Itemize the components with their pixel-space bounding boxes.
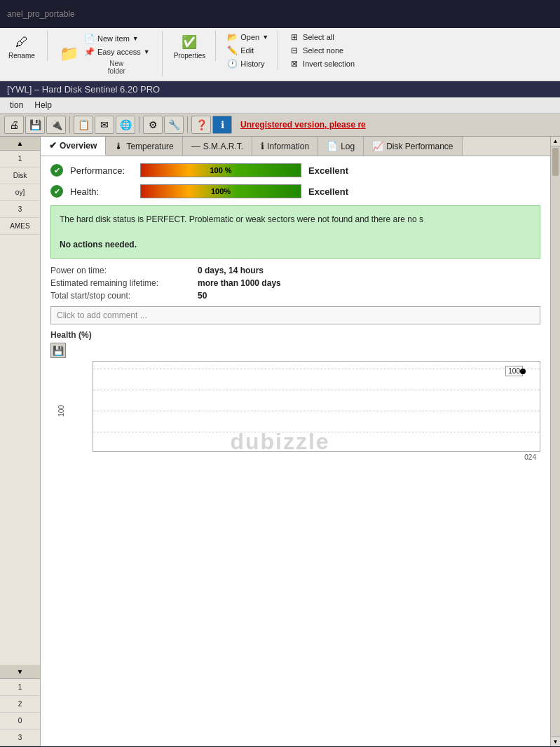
toolbar-btn-1[interactable]: 🖨 bbox=[4, 116, 24, 134]
open-group: 📂 Open ▼ ✏️ Edit 🕐 History bbox=[224, 31, 271, 70]
toolbar-sep-2 bbox=[139, 116, 139, 133]
info-grid: Power on time: 0 days, 14 hours Estimate… bbox=[50, 266, 540, 301]
tab-log-icon: 📄 bbox=[327, 141, 338, 151]
toolbar-btn-9[interactable]: ❓ bbox=[191, 116, 211, 134]
tab-disk-performance-icon: 📈 bbox=[372, 141, 383, 151]
sidebar-item-0[interactable]: 1 bbox=[0, 151, 40, 167]
overview-panel: ✔ Performance: 100 % Excellent ✔ Health:… bbox=[41, 156, 550, 746]
chart-save-button[interactable]: 💾 bbox=[50, 343, 66, 358]
chart-section: Health (%) 💾 100 100 bbox=[50, 330, 540, 461]
start-stop-label: Total start/stop count: bbox=[50, 291, 191, 301]
edit-button[interactable]: ✏️ Edit bbox=[224, 44, 271, 57]
toolbar: 🖨 💾 🔌 📋 ✉ 🌐 ⚙ 🔧 ❓ ℹ Unregistered version… bbox=[0, 114, 560, 137]
ribbon: 🖊 Rename 📁 📄 New item ▼ 📌 Easy access ▼ bbox=[0, 28, 560, 81]
power-on-value: 0 days, 14 hours bbox=[198, 266, 540, 275]
start-stop-value: 50 bbox=[198, 291, 540, 301]
sidebar-item-5[interactable]: 1 bbox=[0, 679, 40, 696]
scroll-down-arrow[interactable]: ▼ bbox=[551, 736, 560, 746]
chart-x-label: 024 bbox=[524, 453, 536, 461]
toolbar-btn-5[interactable]: ✉ bbox=[95, 116, 114, 134]
open-icon: 📂 bbox=[226, 32, 238, 43]
ribbon-section-select: ⊞ Select all ⊟ Select none ⊠ Invert sele… bbox=[287, 31, 364, 70]
chart-grid-line-2 bbox=[93, 390, 540, 390]
sidebar-item-6[interactable]: 2 bbox=[0, 696, 40, 713]
invert-selection-button[interactable]: ⊠ Invert selection bbox=[287, 57, 357, 70]
sidebar-item-8[interactable]: 3 bbox=[0, 729, 40, 746]
sidebar-item-7[interactable]: 0 bbox=[0, 713, 40, 729]
sidebar-item-1[interactable]: Disk bbox=[0, 167, 40, 184]
rename-button[interactable]: 🖊 Rename bbox=[6, 31, 38, 61]
history-icon: 🕐 bbox=[226, 58, 238, 69]
title-bar: anel_pro_portable bbox=[0, 0, 560, 28]
chart-grid-line-4 bbox=[93, 432, 540, 432]
sidebar: ▲ 1 Disk oy] 3 AMES ▼ 1 2 0 3 bbox=[0, 137, 41, 746]
sidebar-item-3[interactable]: 3 bbox=[0, 201, 40, 218]
chart-grid-line-1 bbox=[93, 369, 540, 369]
tab-temperature-icon: 🌡 bbox=[114, 141, 123, 151]
properties-button[interactable]: ✅ Properties bbox=[171, 31, 209, 61]
toolbar-btn-8[interactable]: 🔧 bbox=[164, 116, 184, 134]
menu-item-help[interactable]: Help bbox=[29, 99, 57, 111]
tab-information[interactable]: ℹ Information bbox=[252, 137, 318, 156]
open-button[interactable]: 📂 Open ▼ bbox=[224, 31, 271, 43]
history-button[interactable]: 🕐 History bbox=[224, 57, 271, 70]
remaining-value: more than 1000 days bbox=[198, 278, 540, 288]
tab-disk-performance[interactable]: 📈 Disk Performance bbox=[364, 137, 462, 156]
toolbar-btn-7[interactable]: ⚙ bbox=[143, 116, 163, 134]
toolbar-btn-2[interactable]: 💾 bbox=[25, 116, 45, 134]
sidebar-item-4[interactable]: AMES bbox=[0, 218, 40, 235]
new-folder-icon: 📁 bbox=[59, 44, 78, 64]
rename-icon: 🖊 bbox=[12, 32, 32, 52]
scroll-up-arrow[interactable]: ▲ bbox=[551, 137, 560, 146]
content-panel: ✔ Overview 🌡 Temperature — S.M.A.R.T. ℹ … bbox=[41, 137, 550, 746]
main-area: ▲ 1 Disk oy] 3 AMES ▼ 1 2 0 3 ✔ Overview… bbox=[0, 137, 560, 746]
ribbon-section-properties: ✅ Properties bbox=[171, 31, 217, 61]
toolbar-btn-3[interactable]: 🔌 bbox=[46, 116, 66, 134]
select-all-button[interactable]: ⊞ Select all bbox=[287, 31, 357, 43]
title-bar-text: anel_pro_portable bbox=[7, 9, 75, 19]
comment-input[interactable]: Click to add comment ... bbox=[50, 306, 540, 324]
toolbar-btn-4[interactable]: 📋 bbox=[74, 116, 93, 134]
menu-item-tion[interactable]: tion bbox=[4, 99, 29, 111]
new-folder-label: New folder bbox=[81, 60, 152, 75]
performance-value: 100 % bbox=[210, 166, 231, 174]
toolbar-btn-6[interactable]: 🌐 bbox=[116, 116, 135, 134]
ribbon-section-open: 📂 Open ▼ ✏️ Edit 🕐 History bbox=[224, 31, 278, 70]
chart-title: Health (%) bbox=[50, 330, 540, 340]
tabs: ✔ Overview 🌡 Temperature — S.M.A.R.T. ℹ … bbox=[41, 137, 550, 156]
tab-smart-icon: — bbox=[191, 141, 200, 151]
new-item-button[interactable]: 📄 New item ▼ bbox=[81, 32, 152, 45]
power-on-label: Power on time: bbox=[50, 266, 191, 275]
select-none-icon: ⊟ bbox=[289, 45, 300, 56]
invert-icon: ⊠ bbox=[289, 58, 300, 69]
tab-smart[interactable]: — S.M.A.R.T. bbox=[183, 137, 252, 156]
chart-grid-line-3 bbox=[93, 411, 540, 411]
performance-label: Performance: bbox=[70, 165, 133, 176]
performance-check-icon: ✔ bbox=[50, 164, 63, 177]
edit-icon: ✏️ bbox=[226, 45, 238, 56]
tab-log[interactable]: 📄 Log bbox=[318, 137, 364, 156]
no-actions-text: No actions needed. bbox=[60, 240, 137, 249]
sidebar-item-2[interactable]: oy] bbox=[0, 184, 40, 201]
toolbar-btn-10[interactable]: ℹ bbox=[212, 116, 232, 134]
app-title-bar: [YWL] – Hard Disk Sentinel 6.20 PRO bbox=[0, 81, 560, 97]
tab-overview[interactable]: ✔ Overview bbox=[41, 137, 106, 156]
sidebar-scroll-up[interactable]: ▲ bbox=[0, 137, 40, 151]
scroll-thumb[interactable] bbox=[552, 148, 559, 176]
health-value: 100% bbox=[211, 187, 231, 196]
app-title: [YWL] – Hard Disk Sentinel 6.20 PRO bbox=[7, 84, 160, 95]
unregistered-text[interactable]: Unregistered version, please re bbox=[240, 120, 366, 130]
tab-temperature[interactable]: 🌡 Temperature bbox=[106, 137, 182, 156]
toolbar-sep-1 bbox=[69, 116, 70, 133]
select-group: ⊞ Select all ⊟ Select none ⊠ Invert sele… bbox=[287, 31, 357, 70]
select-all-icon: ⊞ bbox=[289, 32, 300, 43]
ribbon-section-new: 📁 📄 New item ▼ 📌 Easy access ▼ New folde… bbox=[56, 31, 163, 76]
health-check-icon: ✔ bbox=[50, 185, 63, 198]
sidebar-scroll-down[interactable]: ▼ bbox=[0, 665, 40, 679]
select-none-button[interactable]: ⊟ Select none bbox=[287, 44, 357, 57]
menu-bar: tion Help bbox=[0, 97, 560, 114]
easy-access-button[interactable]: 📌 Easy access ▼ bbox=[81, 46, 152, 58]
new-folder-button[interactable]: 📁 📄 New item ▼ 📌 Easy access ▼ New folde… bbox=[56, 31, 155, 76]
new-item-group: 📄 New item ▼ 📌 Easy access ▼ bbox=[81, 32, 152, 58]
performance-result: Excellent bbox=[308, 165, 348, 176]
